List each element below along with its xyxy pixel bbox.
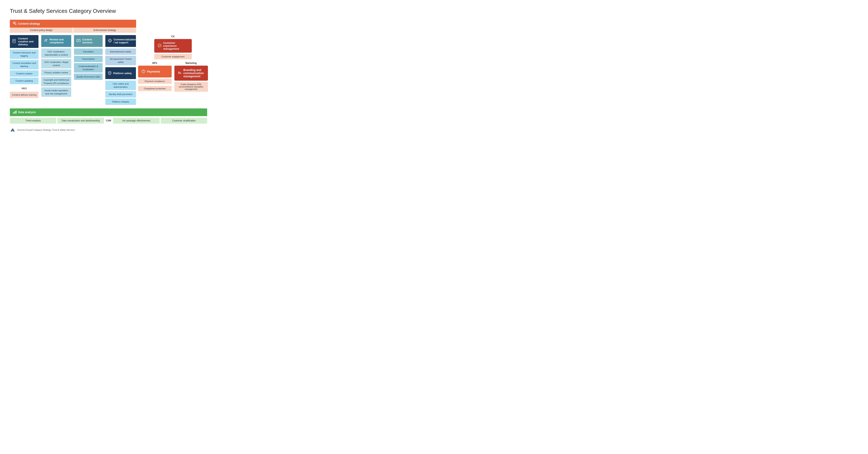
- cx-sub-item: Customer engagement: [154, 54, 192, 59]
- data-analysis-sub-row: Trend analysis Data visualization and da…: [10, 118, 207, 124]
- payment-compliance-item: Payment compliance: [138, 79, 172, 84]
- list-item: Privacy violation review: [41, 69, 71, 76]
- list-item: User safety and authentication: [105, 80, 136, 90]
- content-curation-header: Content curation and delivery: [10, 35, 38, 48]
- svg-point-22: [159, 45, 159, 45]
- content-strategy-banner: Content strategy: [10, 20, 136, 28]
- list-item: Quality Assurance (QA): [74, 73, 102, 80]
- bfs-label: BFS: [153, 62, 157, 64]
- hro-label: HRO: [10, 87, 38, 90]
- cx-block: CX Customer experience management Custom…: [139, 35, 207, 59]
- marketing-block: Marketing Branding and communication man…: [175, 62, 208, 92]
- platform-safety-label: Platform safety: [113, 72, 132, 75]
- content-services-items: Translation Transcription Contextualizat…: [74, 47, 102, 80]
- everest-group-logo: [10, 127, 16, 133]
- list-item: Ad placement / brand safety: [105, 56, 136, 65]
- strategy-sub-row: Content policy design Enforcement strate…: [10, 28, 136, 33]
- payments-header: Payments: [138, 66, 172, 77]
- list-item: Content updating: [10, 78, 38, 84]
- commercialization-header: Commercialization / ad support: [105, 35, 136, 47]
- list-item: Translation: [74, 48, 102, 55]
- ad-campaign-item: Ad campaign effectiveness: [113, 118, 159, 124]
- branding-header: Branding and communication management: [175, 66, 208, 80]
- review-compliance-header: Review and compliance: [41, 35, 71, 47]
- footer: Everest Group® Category Strategy: Trust …: [10, 127, 207, 133]
- svg-point-24: [160, 45, 160, 45]
- svg-rect-0: [13, 22, 16, 22]
- list-item: Copyright and Intellectual Property (IP)…: [41, 77, 71, 86]
- commercialization-items: Advertisement safety Ad placement / bran…: [105, 47, 136, 65]
- list-item: Advertisement safety: [105, 48, 136, 55]
- list-item: Content curation: [10, 70, 38, 77]
- marketing-label: Marketing: [185, 62, 197, 64]
- data-viz-item: Data visualization and dashboarding: [57, 118, 104, 124]
- payments-icon: [141, 69, 146, 74]
- platform-safety-header: Platform safety: [105, 67, 136, 79]
- chargeback-protection-item: Chargeback protection: [138, 86, 172, 91]
- page-title: Trust & Safety Services Category Overvie…: [10, 8, 207, 14]
- payments-label: Payments: [147, 70, 160, 73]
- content-services-header-label: Content services: [82, 38, 100, 44]
- content-curation-icon: [12, 39, 17, 44]
- branding-label: Branding and communication management: [183, 68, 205, 78]
- data-analysis-label: Data analysis: [18, 110, 36, 114]
- trend-analysis-item: Trend analysis: [10, 118, 56, 124]
- content-strategy-icon: [12, 21, 17, 26]
- main-area: Content curation and delivery Content re…: [10, 35, 207, 105]
- list-item: UGC moderation: objectionable a content: [41, 48, 71, 58]
- svg-rect-1: [13, 23, 15, 23]
- content-curation-header-label: Content curation and delivery: [18, 37, 36, 46]
- content-services-header: Content services: [74, 35, 102, 47]
- strategy-sub-item-policy: Content policy design: [10, 28, 72, 33]
- list-item: Content annotation and labeling: [10, 60, 38, 69]
- list-item: UGC moderation: illegal content: [41, 59, 71, 68]
- data-analysis-icon: [12, 110, 17, 115]
- list-item: Transcription: [74, 56, 102, 62]
- cx-header-box: Customer experience management: [154, 39, 192, 53]
- platform-safety-icon: [108, 71, 112, 75]
- platform-safety-items: User safety and authentication Identity …: [105, 79, 136, 105]
- list-item: Content delivery training: [10, 92, 38, 98]
- commercialization-icon: [108, 38, 112, 44]
- content-services-column: Content services Translation Transcripti…: [74, 35, 102, 80]
- cxm-label: CXM: [105, 119, 112, 122]
- bfs-marketing-row: BFS Payments Payment compliance Chargeba…: [139, 62, 207, 92]
- data-analysis-banner: Data analysis: [10, 108, 207, 116]
- review-compliance-header-label: Review and compliance: [50, 38, 69, 44]
- svg-point-21: [109, 72, 110, 73]
- svg-point-23: [159, 45, 160, 45]
- list-item: Social media reputation and risk managem…: [41, 87, 71, 97]
- svg-rect-31: [15, 111, 16, 114]
- svg-rect-30: [14, 111, 14, 114]
- pr-services-item: Public Relations (PR) services/Brand rep…: [175, 82, 208, 92]
- svg-point-16: [109, 40, 111, 41]
- review-compliance-column: Review and compliance UGC moderation: ob…: [41, 35, 71, 97]
- content-services-icon: [76, 38, 81, 44]
- review-compliance-icon: [43, 38, 48, 44]
- review-compliance-items: UGC moderation: objectionable a content …: [41, 47, 71, 97]
- bfs-block: BFS Payments Payment compliance Chargeba…: [138, 62, 172, 92]
- right-section: CX Customer experience management Custom…: [139, 35, 207, 92]
- svg-point-9: [45, 39, 46, 41]
- content-curation-column: Content curation and delivery Content re…: [10, 35, 38, 98]
- strategy-sub-item-enforcement: Enforcement strategy: [73, 28, 136, 33]
- svg-rect-5: [12, 39, 16, 43]
- cx-icon: [157, 43, 162, 48]
- list-item: Content relevance and tagging: [10, 50, 38, 59]
- cx-header-label: Customer experience management: [163, 41, 189, 50]
- content-curation-items: Content relevance and tagging Content an…: [10, 48, 38, 98]
- commercialization-column: Commercialization / ad support Advertise…: [105, 35, 136, 105]
- list-item: Identity theft prevention: [105, 91, 136, 97]
- content-strategy-label: Content strategy: [18, 22, 40, 25]
- list-item: Contextualization & localization: [74, 63, 102, 72]
- svg-rect-32: [16, 110, 17, 114]
- customer-stratification-item: Customer stratification: [161, 118, 207, 124]
- svg-rect-29: [13, 112, 13, 114]
- cx-label: CX: [171, 35, 175, 38]
- svg-point-3: [15, 24, 16, 25]
- branding-icon: [178, 71, 182, 76]
- list-item: Platform integrity: [105, 99, 136, 105]
- commercialization-header-label: Commercialization / ad support: [114, 38, 136, 44]
- footer-text: Everest Group® Category Strategy: Trust …: [18, 129, 75, 131]
